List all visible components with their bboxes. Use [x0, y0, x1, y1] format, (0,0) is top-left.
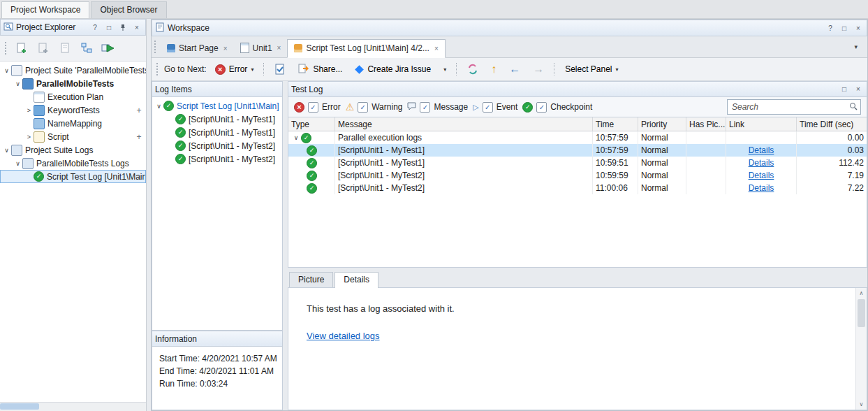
back-button[interactable]: ← [505, 61, 524, 78]
log-item[interactable]: [Script\Unit1 - MyTest2] [152, 139, 282, 152]
chevron-down-icon[interactable]: ∨ [2, 147, 11, 154]
tree-item-script[interactable]: > Script + [0, 130, 146, 143]
tabbar-grip[interactable] [154, 41, 158, 53]
close-tab-icon[interactable]: × [277, 44, 281, 52]
chevron-right-icon[interactable]: > [24, 107, 34, 114]
filter-message[interactable]: Message [407, 102, 468, 113]
maximize-icon[interactable]: □ [103, 22, 115, 33]
tree-item-project-suite[interactable]: ∨ Project Suite 'ParallelMobileTests' ( [0, 64, 146, 77]
filter-error[interactable]: Error [294, 102, 341, 113]
scroll-down-icon[interactable]: ∨ [860, 401, 864, 408]
chevron-down-icon[interactable]: ∨ [13, 80, 22, 87]
chevron-down-icon[interactable]: ∨ [2, 67, 11, 74]
maximize-icon[interactable]: □ [839, 23, 850, 34]
details-link[interactable]: Details [749, 183, 774, 193]
run-project-button[interactable] [100, 40, 117, 57]
tree-item-keywordtests[interactable]: > KeywordTests + [0, 103, 146, 117]
log-item[interactable]: [Script\Unit1 - MyTest1] [152, 126, 282, 139]
organize-tests-button[interactable] [78, 40, 95, 57]
column-header-message[interactable]: Message [335, 117, 593, 131]
view-detailed-logs-link[interactable]: View detailed logs [307, 331, 380, 341]
close-tab-icon[interactable]: × [434, 45, 439, 52]
chevron-down-icon[interactable]: ∨ [291, 134, 301, 141]
vertical-scrollbar[interactable]: ∧ ∨ [855, 288, 867, 410]
tree-item-project-suite-logs[interactable]: ∨ Project Suite Logs [0, 143, 146, 157]
doc-tab-script-test-log[interactable]: Script Test Log [Unit1\Main] 4/2... × [287, 39, 445, 58]
filter-event[interactable]: ▷ Event [473, 102, 517, 113]
tree-item-parallelmobiletests-logs[interactable]: ∨ ParallelMobileTests Logs [0, 157, 146, 170]
doc-tab-unit1[interactable]: Unit1 × [234, 39, 288, 57]
toolbar-grip[interactable] [156, 63, 160, 75]
tab-list-dropdown-icon[interactable]: ▾ [850, 43, 862, 51]
add-keyword-test-icon[interactable]: + [134, 106, 144, 115]
scroll-up-icon[interactable]: ∧ [860, 290, 864, 296]
event-checkbox[interactable] [483, 102, 493, 113]
tree-item-namemapping[interactable]: NameMapping [0, 117, 146, 130]
table-row[interactable]: [Script\Unit1 - MyTest1] 10:59:51 Normal… [288, 157, 867, 169]
close-icon[interactable]: × [131, 22, 142, 33]
help-icon[interactable]: ? [825, 23, 836, 34]
chevron-right-icon[interactable]: > [24, 134, 34, 140]
search-input[interactable] [730, 101, 847, 113]
name-mapping-icon [34, 118, 45, 129]
column-header-time-diff[interactable]: Time Diff (sec) [797, 117, 867, 131]
jira-dropdown-icon[interactable]: ▾ [439, 64, 450, 75]
doc-tab-start-page[interactable]: Start Page × [161, 40, 234, 57]
details-link[interactable]: Details [749, 158, 774, 168]
log-items-root[interactable]: ∨ Script Test Log [Unit1\Main] [152, 99, 282, 113]
close-tab-icon[interactable]: × [223, 45, 228, 52]
forward-button[interactable]: → [529, 61, 548, 78]
filter-warning[interactable]: ⚠ Warning [346, 102, 403, 113]
help-icon[interactable]: ? [89, 22, 101, 33]
add-existing-item-button[interactable] [35, 40, 52, 57]
warning-checkbox[interactable] [358, 102, 368, 113]
checkpoint-checkbox[interactable] [536, 102, 547, 113]
view-results-button[interactable] [270, 61, 290, 78]
table-row[interactable]: ∨ Parallel execution logs 10:57:59 Norma… [288, 131, 867, 144]
new-document-button[interactable] [57, 40, 73, 57]
time-diff-cell: 0.03 [848, 145, 864, 155]
share-button[interactable]: Share... [294, 60, 346, 79]
close-icon[interactable]: × [853, 23, 864, 34]
tree-item-project[interactable]: ∨ ParallelMobileTests [0, 77, 146, 90]
pin-icon[interactable] [117, 22, 128, 33]
tab-object-browser[interactable]: Object Browser [91, 1, 166, 18]
create-jira-issue-button[interactable]: Create Jira Issue [351, 62, 435, 77]
log-item[interactable]: [Script\Unit1 - MyTest1] [152, 113, 282, 126]
column-header-has-picture[interactable]: Has Pic... [686, 117, 726, 131]
add-script-icon[interactable]: + [134, 132, 144, 142]
chevron-down-icon[interactable]: ∨ [13, 160, 22, 167]
panel-splitter[interactable] [283, 81, 288, 410]
table-row[interactable]: [Script\Unit1 - MyTest2] 11:00:06 Normal… [288, 182, 867, 194]
tab-project-workspace[interactable]: Project Workspace [1, 1, 89, 18]
details-link[interactable]: Details [749, 145, 774, 155]
column-header-time[interactable]: Time [593, 117, 638, 131]
horizontal-scrollbar[interactable] [0, 402, 146, 411]
filter-checkpoint[interactable]: Checkpoint [522, 102, 592, 113]
scrollbar-thumb[interactable] [0, 403, 39, 410]
rerun-test-button[interactable] [463, 61, 483, 78]
tab-details[interactable]: Details [334, 272, 378, 288]
tree-item-label: ParallelMobileTests Logs [36, 159, 129, 168]
column-header-priority[interactable]: Priority [638, 117, 686, 131]
add-new-item-button[interactable] [13, 40, 30, 57]
maximize-icon[interactable]: □ [839, 84, 850, 94]
column-header-type[interactable]: Type [288, 117, 335, 131]
log-item[interactable]: [Script\Unit1 - MyTest2] [152, 152, 282, 166]
table-row[interactable]: [Script\Unit1 - MyTest1] 10:57:59 Normal… [288, 144, 867, 157]
table-row[interactable]: [Script\Unit1 - MyTest2] 10:59:59 Normal… [288, 169, 867, 182]
tree-item-execution-plan[interactable]: Execution Plan [0, 90, 146, 103]
details-link[interactable]: Details [749, 171, 774, 180]
scrollbar-thumb[interactable] [858, 299, 865, 327]
tree-item-script-test-log[interactable]: Script Test Log [Unit1\Main... [0, 170, 146, 183]
select-panel-button[interactable]: Select Panel ▾ [561, 62, 622, 77]
error-checkbox[interactable] [308, 102, 318, 113]
up-one-level-button[interactable]: ↑ [487, 61, 501, 78]
close-icon[interactable]: × [853, 84, 864, 94]
toolbar-grip[interactable] [5, 42, 8, 55]
chevron-down-icon[interactable]: ∨ [154, 103, 163, 110]
tab-picture[interactable]: Picture [289, 272, 333, 287]
message-checkbox[interactable] [420, 102, 430, 113]
column-header-link[interactable]: Link [726, 117, 797, 131]
go-to-next-error-button[interactable]: Error ▾ [211, 62, 258, 78]
